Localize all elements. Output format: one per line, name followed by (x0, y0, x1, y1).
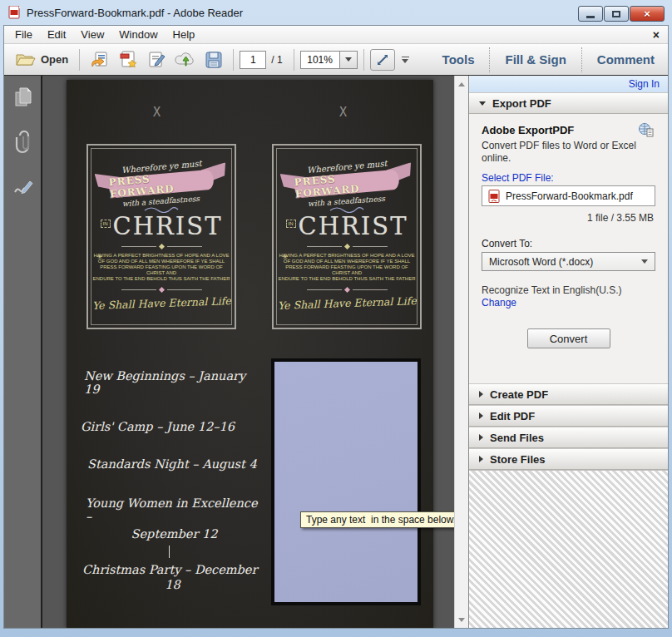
send-files-header[interactable]: Send Files (469, 427, 668, 448)
bookmark-front-right: Wherefore ye must PRESS FORWARD with a s… (272, 144, 422, 329)
convert-to-label: Convert To: (482, 238, 532, 249)
scroll-up-button[interactable] (455, 77, 468, 91)
signatures-button[interactable] (12, 175, 35, 199)
minimize-button[interactable] (578, 6, 603, 22)
eternal-life-script: Ye Shall Have Eternal Life (277, 294, 416, 312)
convert-button[interactable]: Convert (527, 328, 610, 348)
edit-pdf-label: Edit PDF (490, 410, 535, 422)
event-item: Girls' Camp – June 12–16 (81, 420, 263, 433)
send-file-button[interactable] (86, 48, 114, 72)
page-count-label: / 1 (271, 54, 282, 66)
close-icon: × (644, 7, 650, 20)
comment-button[interactable]: Comment (590, 49, 661, 70)
christ-title: CHRIST (299, 215, 408, 239)
minimize-icon (586, 16, 595, 18)
ornament-divider (121, 288, 202, 292)
press-forward-banner: PRESS FORWARD (285, 169, 408, 200)
scripture-line: PRESS FORWARD FEASTING UPON THE WORD OF … (91, 264, 231, 276)
sign-in-link[interactable]: Sign In (629, 78, 660, 90)
resize-arrows-icon (376, 53, 389, 67)
triangle-right-icon (479, 456, 483, 462)
edit-pdf-header[interactable]: Edit PDF (469, 405, 668, 427)
sun-icon: ✳ (282, 253, 289, 261)
selected-file-name: PressForward-Bookmark.pdf (506, 190, 633, 202)
cloud-upload-button[interactable] (170, 48, 200, 72)
create-pdf-label: Create PDF (490, 388, 548, 401)
close-button[interactable]: × (630, 6, 665, 22)
open-label: Open (41, 53, 68, 66)
maximize-button[interactable] (604, 6, 629, 22)
triangle-right-icon (479, 412, 483, 419)
create-pdf-button[interactable] (114, 48, 142, 72)
ornament-divider (307, 244, 388, 249)
save-button[interactable] (200, 48, 227, 72)
export-online-icon (638, 122, 655, 137)
scripture-line: PRESS FORWARD FEASTING UPON THE WORD OF … (277, 264, 417, 276)
pages-icon (13, 86, 33, 108)
tools-panel: Sign In Export PDF Adobe ExportPDF Conve… (468, 76, 668, 628)
scripture-line: HAVING A PERFECT BRIGHTNESS OF HOPE AND … (277, 253, 417, 259)
arrow-up-icon (458, 82, 465, 86)
menu-view[interactable]: View (73, 27, 111, 42)
fit-page-button[interactable] (370, 49, 395, 71)
scroll-down-button[interactable] (455, 613, 468, 626)
divider-tick (169, 546, 170, 558)
scripture-line: OF GOD AND OF ALL MEN WHEREFORE IF YE SH… (277, 259, 417, 264)
chevron-down-icon (345, 57, 352, 62)
tools-button[interactable]: Tools (436, 49, 482, 70)
product-title: Adobe ExportPDF (482, 124, 574, 136)
arrow-down-icon (458, 618, 465, 622)
page-number-input[interactable]: 1 (240, 51, 266, 69)
save-icon (205, 51, 223, 69)
adobe-reader-window: PressForward-Bookmark.pdf - Adobe Reader… (0, 0, 672, 637)
event-item: New Beginnings – January 19 (84, 369, 263, 396)
menu-edit[interactable]: Edit (40, 27, 73, 42)
pdf-file-icon (488, 190, 500, 203)
export-pdf-label: Export PDF (492, 97, 551, 110)
toolbar: Open (4, 43, 668, 75)
maximize-icon (612, 11, 620, 17)
event-item: Young Women in Excellence – September 12 (86, 496, 263, 541)
fill-sign-button[interactable]: Fill & Sign (498, 49, 572, 70)
sign-button[interactable] (142, 48, 170, 72)
menu-file[interactable]: File (7, 27, 40, 42)
close-document-icon[interactable]: × (653, 29, 660, 41)
ornament-divider (307, 288, 388, 292)
sign-pen-icon (146, 51, 166, 69)
event-list: New Beginnings – January 19 Girls' Camp … (76, 369, 263, 591)
menu-bar: File Edit View Window Help × (4, 26, 668, 43)
recognize-text-label: Recognize Text in English(U.S.) (482, 284, 622, 296)
in-badge: IN (101, 220, 111, 228)
scripture-line: ENDURE TO THE END BEHOLD THUS SAITH THE … (277, 276, 417, 282)
format-value: Microsoft Word (*.docx) (489, 256, 593, 268)
cut-mark-left: X (153, 105, 161, 120)
format-dropdown[interactable]: Microsoft Word (*.docx) (482, 252, 655, 271)
export-pdf-header[interactable]: Export PDF (469, 92, 668, 114)
toolbar-more-button[interactable] (402, 57, 409, 63)
pdf-app-icon (8, 6, 22, 19)
create-pdf-header[interactable]: Create PDF (469, 383, 668, 405)
bookmark-text-field[interactable] (271, 358, 421, 605)
document-viewport[interactable]: X X Wherefore ye must PRESS FORWARD with… (42, 76, 454, 628)
page-thumbnails-button[interactable] (12, 86, 35, 109)
navigation-sidebar (4, 76, 42, 628)
zoom-dropdown-button[interactable] (340, 51, 358, 69)
change-link[interactable]: Change (482, 297, 516, 309)
zoom-input[interactable]: 101% (300, 51, 340, 69)
document-scrollbar[interactable] (454, 76, 468, 628)
menu-window[interactable]: Window (111, 27, 165, 42)
triangle-right-icon (479, 434, 483, 441)
chevron-down-icon (641, 259, 648, 264)
store-files-header[interactable]: Store Files (469, 448, 668, 470)
selected-file-box[interactable]: PressForward-Bookmark.pdf (482, 185, 655, 206)
store-files-label: Store Files (490, 453, 545, 466)
open-button[interactable]: Open (11, 50, 73, 69)
signin-bar: Sign In (469, 76, 668, 92)
cloud-upload-icon (175, 51, 196, 69)
paperclip-icon (13, 131, 33, 154)
menu-help[interactable]: Help (166, 27, 203, 42)
attachments-button[interactable] (12, 131, 35, 154)
window-title: PressForward-Bookmark.pdf - Adobe Reader (27, 7, 243, 19)
cut-mark-right: X (339, 105, 347, 120)
product-description: Convert PDF files to Word or Excel onlin… (482, 140, 648, 165)
